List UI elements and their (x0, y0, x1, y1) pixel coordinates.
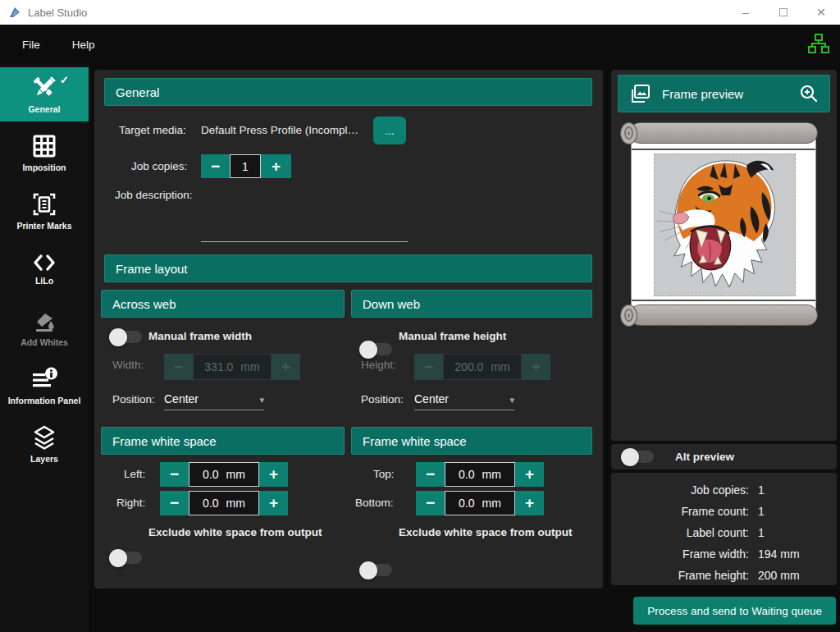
target-media-label: Target media: (119, 124, 186, 136)
stat-label: Frame count: (611, 505, 749, 518)
maximize-button[interactable] (765, 0, 802, 25)
browse-media-button[interactable]: ... (373, 117, 406, 144)
top-increment-button[interactable]: + (515, 462, 544, 487)
bottom-roller (629, 305, 818, 326)
left-value-cell[interactable]: 0.0 mm (189, 462, 259, 487)
top-roller (629, 122, 818, 144)
top-value: 0.0 (459, 468, 474, 481)
job-copies-value[interactable]: 1 (230, 154, 261, 178)
menu-help[interactable]: Help (62, 32, 105, 57)
angle-brackets-icon (31, 253, 57, 272)
bottom-stepper: − 0.0 mm + (416, 491, 544, 515)
titlebar: Label Studio – ✕ (0, 0, 840, 25)
right-decrement-button[interactable]: − (160, 491, 189, 515)
toggle-knob (621, 448, 639, 466)
stat-label: Job copies: (611, 483, 749, 497)
toggle-knob (109, 328, 127, 346)
frame-preview-title: Frame preview (662, 87, 788, 101)
info-lines-icon (30, 366, 58, 392)
stat-row: Frame height: 200 mm (611, 569, 837, 582)
sidebar-item-label: Printer Marks (16, 222, 71, 231)
exclude-white-space-down-label: Exclude white space from output (399, 526, 573, 538)
right-unit: mm (226, 497, 245, 510)
width-decrement-button: − (164, 354, 193, 380)
manual-frame-width-label: Manual frame width (148, 330, 252, 342)
job-copies-increment-button[interactable]: + (261, 154, 291, 178)
stat-value: 194 mm (758, 547, 800, 561)
down-web-title: Down web (363, 297, 420, 311)
job-description-label: Job description: (115, 189, 193, 201)
white-space-across-title: Frame white space (112, 434, 217, 448)
bottom-label: Bottom: (355, 497, 394, 509)
alt-preview-card: Alt preview (611, 444, 837, 469)
down-web-header: Down web (351, 290, 592, 318)
network-status-icon[interactable] (807, 33, 830, 56)
top-value-cell[interactable]: 0.0 mm (445, 462, 515, 487)
left-increment-button[interactable]: + (259, 462, 288, 487)
minimize-button[interactable]: – (727, 0, 765, 25)
sidebar-item-lilo[interactable]: LiLo (0, 242, 89, 296)
height-value-cell: 200.0 mm (443, 354, 522, 380)
sidebar-item-label: Add Whites (21, 338, 68, 348)
exclude-white-space-down-toggle[interactable] (361, 564, 392, 576)
zoom-icon[interactable] (799, 84, 819, 103)
stat-label: Frame width: (611, 547, 749, 561)
height-label: Height: (361, 359, 396, 371)
sidebar: ✓ General (0, 64, 89, 632)
left-stepper: − 0.0 mm + (160, 462, 288, 487)
stats-card: Job copies: 1 Frame count: 1 Label count… (611, 473, 837, 585)
height-decrement-button: − (414, 354, 443, 380)
width-label: Width: (112, 359, 144, 371)
height-increment-button: + (522, 354, 550, 380)
bottom-value-cell[interactable]: 0.0 mm (445, 491, 515, 515)
left-decrement-button[interactable]: − (160, 462, 189, 487)
process-send-button[interactable]: Process and send to Waiting queue (633, 597, 836, 625)
sidebar-item-add-whites[interactable]: Add Whites (0, 300, 89, 355)
right-value-cell[interactable]: 0.0 mm (189, 491, 259, 515)
stat-row: Label count: 1 (611, 526, 837, 539)
bottom-increment-button[interactable]: + (515, 491, 544, 515)
label-artwork-area (654, 153, 796, 296)
exclude-white-space-across-label: Exclude white space from output (148, 526, 322, 538)
sidebar-item-label: Information Panel (8, 396, 81, 406)
down-position-dropdown[interactable]: Center ▾ (414, 392, 514, 410)
across-position-dropdown[interactable]: Center ▾ (164, 392, 264, 410)
crop-marks-icon (31, 191, 57, 218)
menu-file[interactable]: File (12, 32, 50, 57)
right-increment-button[interactable]: + (259, 491, 288, 515)
sidebar-item-printer-marks[interactable]: Printer Marks (0, 184, 89, 238)
panel-divider (607, 70, 608, 588)
stat-value: 200 mm (758, 569, 800, 582)
top-stepper: − 0.0 mm + (416, 462, 544, 487)
close-button[interactable]: ✕ (802, 0, 840, 25)
toggle-knob (109, 549, 127, 567)
job-copies-decrement-button[interactable]: − (201, 154, 230, 178)
top-roller-cap (620, 122, 637, 144)
stat-label: Label count: (611, 526, 749, 539)
frame-top-line (632, 149, 815, 150)
sidebar-item-layers[interactable]: Layers (0, 417, 89, 471)
alt-preview-toggle[interactable] (623, 451, 654, 463)
top-decrement-button[interactable]: − (416, 462, 445, 487)
preview-canvas[interactable] (611, 114, 837, 441)
sidebar-item-label: General (28, 105, 60, 115)
frame-bottom-line (632, 300, 815, 301)
manual-frame-width-toggle[interactable] (111, 331, 142, 343)
across-web-header: Across web (101, 290, 345, 318)
height-unit: mm (491, 360, 509, 373)
grid-icon (31, 133, 57, 159)
width-value-cell: 331.0 mm (193, 354, 272, 380)
right-label: Right: (116, 497, 145, 509)
right-panel: Frame preview (611, 70, 837, 588)
sidebar-item-information-panel[interactable]: Information Panel (0, 359, 89, 413)
right-stepper: − 0.0 mm + (160, 491, 288, 515)
app-logo-icon (8, 6, 21, 19)
right-value: 0.0 (203, 497, 218, 510)
bottom-decrement-button[interactable]: − (416, 491, 445, 515)
exclude-white-space-across-toggle[interactable] (111, 552, 142, 564)
sidebar-item-general[interactable]: ✓ General (0, 67, 89, 121)
job-description-input[interactable] (201, 227, 408, 242)
main-panel: General Target media: Default Press Prof… (94, 70, 603, 588)
sidebar-item-imposition[interactable]: Imposition (0, 126, 89, 180)
manual-frame-height-toggle[interactable] (361, 343, 392, 355)
